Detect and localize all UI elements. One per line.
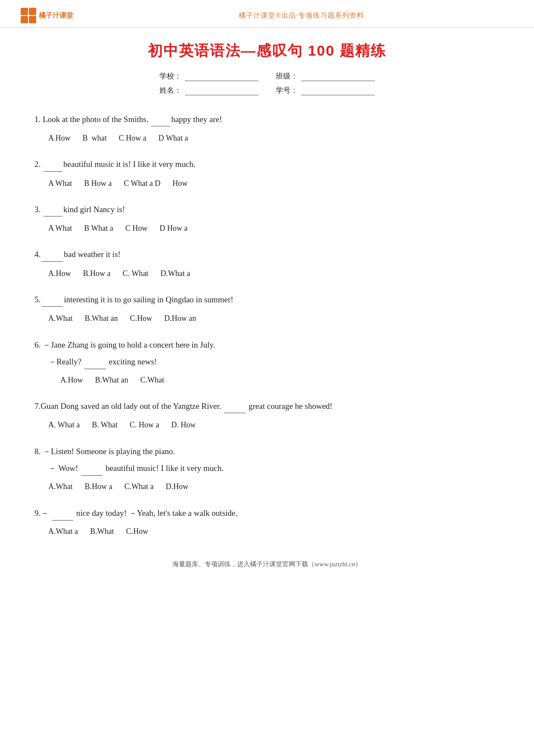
page-header: 橘子汁课堂 橘子汁课堂®出品·专项练习题系列资料 [0, 0, 534, 28]
info-class: 班级： [276, 71, 375, 81]
q9-dialog-1: 9.－ nice day today! －Yeah, let's take a … [34, 506, 500, 521]
q1-opt-b: B what [83, 131, 107, 145]
q2-opt-b: B How a [84, 176, 112, 191]
class-label: 班级： [276, 71, 298, 81]
question-1: 1. Look at the photo of the Smiths. happ… [34, 113, 500, 145]
q3-text: 3. kind girl Nancy is! [34, 203, 500, 216]
question-9: 9.－ nice day today! －Yeah, let's take a … [34, 506, 500, 539]
class-line [301, 72, 375, 81]
question-7: 7.Guan Dong saved an old lady out of the… [34, 399, 500, 432]
q7-opt-a: A. What a [48, 417, 80, 432]
q8-dialog-2: － Wow! beautiful music! I like it very m… [34, 461, 500, 476]
q3-opt-d: D How a [159, 221, 187, 235]
q7-opt-b: B. What [92, 417, 118, 432]
q5-options: A.What B.What an C.How D.How an [34, 311, 500, 326]
q1-opt-c: C How a [119, 131, 147, 145]
q2-options: A What B How a C What a D How [34, 176, 500, 191]
question-8: 8. －Listen! Someone is playing the piano… [34, 444, 500, 494]
q8-opt-b: B.How a [84, 479, 112, 494]
q4-text: 4.bad weather it is! [34, 248, 500, 261]
q7-options: A. What a B. What C. How a D. How [34, 417, 500, 432]
question-6: 6. －Jane Zhang is going to hold a concer… [34, 338, 500, 387]
q4-opt-a: A.How [48, 266, 71, 281]
q5-opt-d: D.How an [164, 311, 196, 326]
question-2: 2. beautiful music it is! I like it very… [34, 157, 500, 190]
name-label: 姓名： [159, 85, 181, 95]
q4-opt-b: B.How a [83, 266, 111, 281]
q6-opt-c: C.What [140, 373, 164, 387]
student-id-label: 学号： [276, 85, 298, 95]
q2-opt-c: C What a D [124, 176, 160, 191]
q5-opt-c: C.How [130, 311, 152, 326]
main-title: 初中英语语法—感叹句 100 题精练 [34, 41, 500, 61]
info-name: 姓名： [159, 85, 259, 95]
q2-text: 2. beautiful music it is! I like it very… [34, 157, 500, 171]
q8-opt-d: D.How [166, 479, 188, 494]
q1-options: A How B what C How a D What a [34, 131, 500, 145]
header-center-text: 橘子汁课堂®出品·专项练习题系列资料 [90, 11, 513, 20]
q6-options: A.How B.What an C.What [34, 373, 500, 387]
q3-options: A What B What a C How D How a [34, 221, 500, 235]
logo-icon [21, 8, 36, 23]
q6-opt-b: B.What an [95, 373, 128, 387]
q7-opt-c: C. How a [130, 417, 159, 432]
q6-dialog-1: 6. －Jane Zhang is going to hold a concer… [34, 338, 500, 352]
q7-opt-d: D. How [171, 417, 196, 432]
q9-options: A.What a B.What C.How [34, 524, 500, 539]
q3-opt-b: B What a [84, 221, 113, 235]
question-3: 3. kind girl Nancy is! A What B What a C… [34, 203, 500, 235]
q2-opt-d: How [172, 176, 187, 191]
q8-opt-c: C.What a [124, 479, 153, 494]
question-5: 5.interesting it is to go sailing in Qin… [34, 293, 500, 326]
q3-opt-a: A What [48, 221, 72, 235]
q7-text: 7.Guan Dong saved an old lady out of the… [34, 399, 500, 413]
logo-text: 橘子汁课堂 [39, 11, 73, 20]
q5-opt-b: B.What an [84, 311, 118, 326]
logo: 橘子汁课堂 [21, 8, 90, 23]
q9-opt-b: B.What [90, 524, 114, 539]
questions-container: 1. Look at the photo of the Smiths. happ… [34, 113, 500, 539]
name-line [185, 86, 259, 95]
q4-options: A.How B.How a C. What D.What a [34, 266, 500, 281]
q1-opt-d: D What a [159, 131, 188, 145]
info-grid: 学校： 班级： 姓名： 学号： [159, 71, 375, 95]
q9-opt-c: C.How [126, 524, 148, 539]
school-label: 学校： [159, 71, 181, 81]
q6-dialog-2: －Really? exciting news! [34, 354, 500, 369]
page-content: 初中英语语法—感叹句 100 题精练 学校： 班级： 姓名： 学号： 1. Lo… [0, 28, 534, 594]
question-4: 4.bad weather it is! A.How B.How a C. Wh… [34, 248, 500, 280]
q8-opt-a: A.What [48, 479, 72, 494]
footer-text: 海量题库、专项训练，进入橘子汁课堂官网下载（www.juzizhi.cn） [34, 556, 500, 568]
q1-opt-a: A How [48, 131, 71, 145]
q9-opt-a: A.What a [48, 524, 78, 539]
q6-opt-a: A.How [60, 373, 83, 387]
school-line [185, 72, 259, 81]
q1-text: 1. Look at the photo of the Smiths. happ… [34, 113, 500, 126]
q4-opt-c: C. What [123, 266, 149, 281]
q5-opt-a: A.What [48, 311, 72, 326]
info-student-id: 学号： [276, 85, 375, 95]
q8-dialog-1: 8. －Listen! Someone is playing the piano… [34, 444, 500, 459]
info-school: 学校： [159, 71, 259, 81]
q8-options: A.What B.How a C.What a D.How [34, 479, 500, 494]
q4-opt-d: D.What a [160, 266, 190, 281]
q3-opt-c: C How [125, 221, 148, 235]
q5-text: 5.interesting it is to go sailing in Qin… [34, 293, 500, 307]
student-id-line [301, 86, 375, 95]
q2-opt-a: A What [48, 176, 72, 191]
